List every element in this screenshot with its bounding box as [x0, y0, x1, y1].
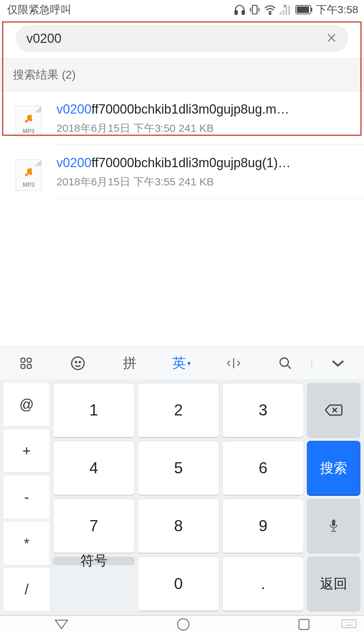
clock-label: 下午3:58 [316, 3, 358, 17]
key-5[interactable]: 5 [138, 441, 219, 496]
search-icon[interactable] [259, 356, 311, 370]
svg-rect-36 [299, 619, 309, 629]
keyboard: 拼 英▾ @ 1 2 3 + 4 5 6 搜索 - 7 8 9 * 符号 0 [0, 347, 364, 615]
search-field[interactable] [16, 25, 348, 52]
svg-point-8 [30, 119, 33, 121]
svg-point-3 [269, 13, 270, 14]
search-action-key[interactable]: 搜索 [307, 441, 360, 496]
file-meta: 2018年6月15日 下午3:55 241 KB [56, 175, 353, 189]
results-header: 搜索结果 (2) [0, 59, 364, 91]
svg-rect-2 [252, 5, 257, 14]
backspace-key[interactable] [307, 383, 360, 438]
key-3[interactable]: 3 [222, 383, 304, 438]
svg-rect-37 [342, 620, 356, 628]
svg-rect-6 [311, 8, 312, 11]
carrier-label: 仅限紧急呼叫 [7, 3, 71, 17]
svg-rect-23 [21, 358, 25, 362]
mp3-file-icon: MP3 [16, 159, 41, 191]
key-8[interactable]: 8 [138, 499, 219, 554]
voice-key[interactable] [307, 499, 360, 554]
svg-point-7 [25, 120, 28, 123]
svg-rect-26 [27, 364, 31, 368]
keyboard-keys: @ 1 2 3 + 4 5 6 搜索 - 7 8 9 * 符号 0 . 返回 / [0, 379, 364, 615]
results-list: MP3 v0200ff70000bchkib1dli3m0gujp8ug.m… … [0, 91, 364, 198]
collapse-keyboard-icon[interactable] [311, 358, 364, 368]
key-6[interactable]: 6 [222, 441, 304, 496]
key-star[interactable]: * [4, 522, 50, 565]
svg-point-28 [75, 361, 77, 363]
svg-point-9 [25, 174, 28, 176]
svg-rect-0 [235, 11, 237, 15]
clear-icon[interactable] [325, 32, 338, 45]
key-plus[interactable]: + [4, 429, 50, 473]
vibrate-icon [249, 4, 260, 15]
list-item[interactable]: MP3 v0200ff70000bchkib1dli3m0gujp8ug.m… … [0, 91, 364, 145]
key-0[interactable]: 0 [138, 557, 219, 612]
cursor-move-icon[interactable] [208, 356, 259, 370]
svg-point-10 [30, 172, 33, 175]
nav-recent-icon[interactable] [298, 618, 310, 630]
key-minus[interactable]: - [4, 475, 50, 519]
keyboard-apps-icon[interactable] [0, 357, 52, 370]
svg-rect-25 [21, 364, 25, 368]
file-ext-label: MP3 [23, 128, 35, 135]
nav-keyboard-icon[interactable] [341, 619, 357, 630]
keyboard-pinyin[interactable]: 拼 [104, 354, 156, 372]
svg-rect-1 [242, 11, 244, 15]
svg-rect-32 [332, 520, 335, 527]
key-7[interactable]: 7 [53, 499, 135, 554]
status-bar: 仅限紧急呼叫 × 下午3:58 [0, 0, 364, 19]
mp3-file-icon: MP3 [16, 106, 41, 137]
key-4[interactable]: 4 [53, 441, 135, 496]
key-at[interactable]: @ [4, 383, 50, 427]
key-slash[interactable]: / [4, 568, 50, 612]
nav-bar [0, 615, 364, 633]
nav-back-icon[interactable] [54, 619, 69, 630]
keyboard-toolbar: 拼 英▾ [0, 347, 364, 379]
svg-point-27 [71, 357, 84, 369]
key-9[interactable]: 9 [222, 499, 304, 554]
key-dot[interactable]: . [222, 557, 304, 612]
svg-point-31 [280, 358, 288, 366]
svg-rect-5 [297, 6, 309, 13]
keyboard-english[interactable]: 英▾ [156, 354, 208, 372]
headphones-icon [234, 4, 245, 15]
file-ext-label: MP3 [23, 182, 35, 188]
return-key[interactable]: 返回 [307, 557, 360, 612]
status-icons: × 下午3:58 [234, 3, 358, 17]
search-input[interactable] [26, 31, 325, 46]
search-bar [0, 19, 364, 59]
key-2[interactable]: 2 [138, 383, 219, 438]
emoji-icon[interactable] [52, 356, 104, 371]
file-name: v0200ff70000bchkib1dli3m0gujp8ug.m… [56, 102, 353, 117]
wifi-icon [264, 4, 276, 15]
signal-icon: × [280, 4, 292, 15]
file-name: v0200ff70000bchkib1dli3m0gujp8ug(1)… [56, 155, 353, 170]
svg-point-35 [178, 619, 189, 630]
svg-point-29 [79, 361, 80, 363]
key-symbols[interactable]: 符号 [53, 557, 135, 565]
battery-icon [295, 5, 313, 14]
key-1[interactable]: 1 [53, 383, 135, 438]
nav-home-icon[interactable] [176, 618, 190, 631]
list-item[interactable]: MP3 v0200ff70000bchkib1dli3m0gujp8ug(1)…… [0, 145, 364, 198]
file-meta: 2018年6月15日 下午3:50 241 KB [56, 121, 353, 136]
svg-rect-24 [27, 358, 31, 362]
